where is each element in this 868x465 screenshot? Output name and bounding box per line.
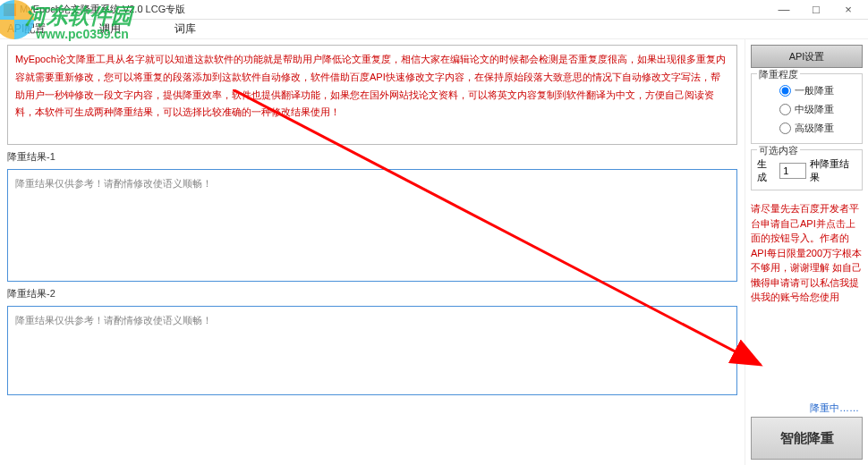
level-normal-radio[interactable] [779,85,791,97]
gen-suffix: 种降重结果 [810,157,856,184]
menu-api-config[interactable]: API配置 [7,21,46,37]
level-high-label: 高级降重 [795,122,834,135]
options-legend: 可选内容 [757,144,800,157]
gen-count-input[interactable] [779,163,806,179]
result1-label: 降重结果-1 [7,148,737,165]
level-group: 降重程度 一般降重 中级降重 高级降重 [751,73,863,144]
level-normal-label: 一般降重 [795,84,834,97]
menubar: API配置 调用 词库 [0,20,868,39]
result2-label: 降重结果-2 [7,285,737,302]
status-text: 降重中…… [751,400,863,417]
api-note: 请尽量先去百度开发者平台申请自己API并点击上面的按钮导入。作者的API每日限量… [751,201,863,305]
level-high-radio[interactable] [779,123,791,134]
result1-textbox[interactable]: 降重结果仅供参考！请酌情修改使语义顺畅！ [7,169,737,282]
minimize-button[interactable]: — [768,1,800,19]
app-icon [4,4,16,16]
maximize-button[interactable]: □ [800,1,832,19]
options-group: 可选内容 生成 种降重结果 [751,149,863,190]
api-settings-button[interactable]: API设置 [751,45,863,68]
level-mid-radio[interactable] [779,104,791,115]
level-mid-label: 中级降重 [795,103,834,116]
gen-prefix: 生成 [757,157,776,184]
result2-textbox[interactable]: 降重结果仅供参考！请酌情修改使语义顺畅！ [7,306,737,395]
menu-invoke[interactable]: 调用 [99,21,121,37]
intro-textbox[interactable]: MyEpoch论文降重工具从名字就可以知道这款软件的功能就是帮助用户降低论文重复… [7,45,737,145]
level-legend: 降重程度 [757,68,800,81]
close-button[interactable]: × [832,1,864,19]
titlebar: MyEpoch论文降重系统 V2.0 LCG专版 — □ × [0,0,868,20]
window-title: MyEpoch论文降重系统 V2.0 LCG专版 [20,3,768,16]
level-high[interactable]: 高级降重 [757,119,856,138]
level-mid[interactable]: 中级降重 [757,100,856,119]
menu-wordlib[interactable]: 词库 [174,21,196,37]
smart-reduce-button[interactable]: 智能降重 [751,417,863,460]
level-normal[interactable]: 一般降重 [757,81,856,100]
